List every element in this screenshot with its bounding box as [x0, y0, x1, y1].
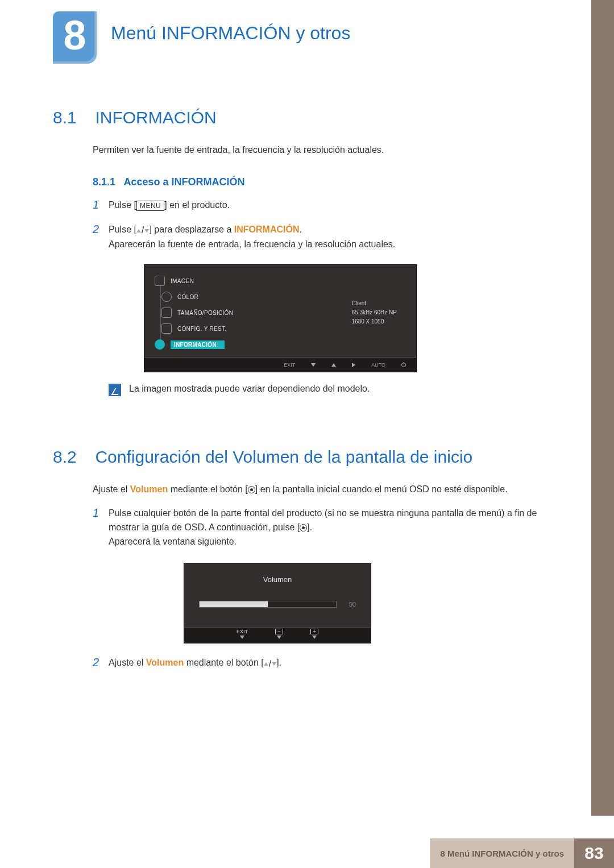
- up-down-icon: /: [136, 223, 149, 238]
- section-number: 8.1: [53, 108, 93, 127]
- down-icon: [240, 636, 244, 639]
- minus-icon: −: [275, 629, 283, 634]
- step-text: Pulse [MENU] en el producto.: [109, 198, 230, 213]
- down-icon: [312, 636, 317, 639]
- step-number: 2: [93, 223, 109, 252]
- subsection-heading: 8.1.1 Acceso a INFORMACIÓN: [93, 176, 553, 188]
- osd-footer-bar: EXIT AUTO: [144, 357, 416, 372]
- footer-chapter-label: 8 Menú INFORMACIÓN y otros: [430, 838, 574, 868]
- volume-value: 50: [342, 601, 356, 608]
- step-text: Pulse cualquier botón de la parte fronta…: [109, 506, 553, 549]
- volume-bar: [199, 601, 337, 608]
- chapter-number-badge: 8: [53, 11, 97, 64]
- power-icon: [401, 363, 406, 367]
- osd-auto-label: AUTO: [371, 362, 385, 368]
- plus-icon: +: [310, 629, 318, 634]
- imagen-icon: [155, 276, 165, 286]
- info-icon: [155, 339, 165, 350]
- section-title: INFORMACIÓN: [95, 108, 216, 127]
- note-text: La imagen mostrada puede variar dependie…: [129, 384, 370, 394]
- subsection-title: Acceso a INFORMACIÓN: [123, 176, 244, 188]
- section-8-1-heading: 8.1 INFORMACIÓN: [53, 108, 553, 127]
- s2-step-2: 2 Ajuste el Volumen mediante el botón [/…: [93, 656, 553, 671]
- osd-item-imagen: IMAGEN: [155, 273, 416, 289]
- osd-item-informacion-selected: INFORMACIÓN: [155, 337, 416, 352]
- s2-step-1: 1 Pulse cualquier botón de la parte fron…: [93, 506, 553, 549]
- osd-menu-screenshot: IMAGEN COLOR TAMAÑO/POSICIÓN CONFIG. Y R…: [144, 264, 417, 372]
- step-2: 2 Pulse [/] para desplazarse a INFORMACI…: [93, 223, 553, 252]
- side-color-bar: [591, 0, 614, 816]
- page-footer: 8 Menú INFORMACIÓN y otros 83: [0, 838, 614, 868]
- target-button-icon: [300, 524, 307, 531]
- vol-exit-label: EXIT: [237, 629, 248, 634]
- chapter-title: Menú INFORMACIÓN y otros: [111, 23, 350, 44]
- section1-intro: Permiten ver la fuente de entrada, la fr…: [93, 143, 553, 157]
- up-down-icon: /: [264, 657, 276, 671]
- step-text: Ajuste el Volumen mediante el botón [/].: [109, 656, 281, 671]
- enter-icon: [352, 363, 355, 367]
- down-icon: [311, 363, 316, 367]
- osd-exit-label: EXIT: [284, 362, 295, 368]
- section2-intro: Ajuste el Volumen mediante el botón [] e…: [93, 483, 553, 496]
- menu-key-icon: MENU: [136, 201, 164, 211]
- up-icon: [331, 363, 336, 367]
- section-8-2-heading: 8.2 Configuración del Volumen de la pant…: [53, 447, 553, 467]
- down-icon: [277, 636, 281, 639]
- target-button-icon: [248, 486, 255, 493]
- step-number: 1: [93, 506, 109, 549]
- step-text: Pulse [/] para desplazarse a INFORMACIÓN…: [109, 223, 395, 252]
- section-number: 8.2: [53, 447, 93, 467]
- note-icon: [109, 384, 121, 396]
- footer-page-number: 83: [574, 838, 614, 868]
- subsection-number: 8.1.1: [93, 176, 115, 188]
- step-number: 2: [93, 656, 109, 671]
- osd-info-panel: Client 65.3kHz 60Hz NP 1680 X 1050: [352, 299, 397, 326]
- volume-footer-bar: EXIT − +: [184, 627, 371, 643]
- config-icon: [161, 323, 172, 334]
- step-number: 1: [93, 198, 109, 213]
- section-title: Configuración del Volumen de la pantalla…: [95, 447, 472, 467]
- size-icon: [161, 308, 172, 318]
- volume-title: Volumen: [184, 564, 371, 593]
- step-1: 1 Pulse [MENU] en el producto.: [93, 198, 553, 213]
- color-icon: [161, 292, 172, 302]
- volume-osd-screenshot: Volumen 50 EXIT − +: [184, 563, 371, 643]
